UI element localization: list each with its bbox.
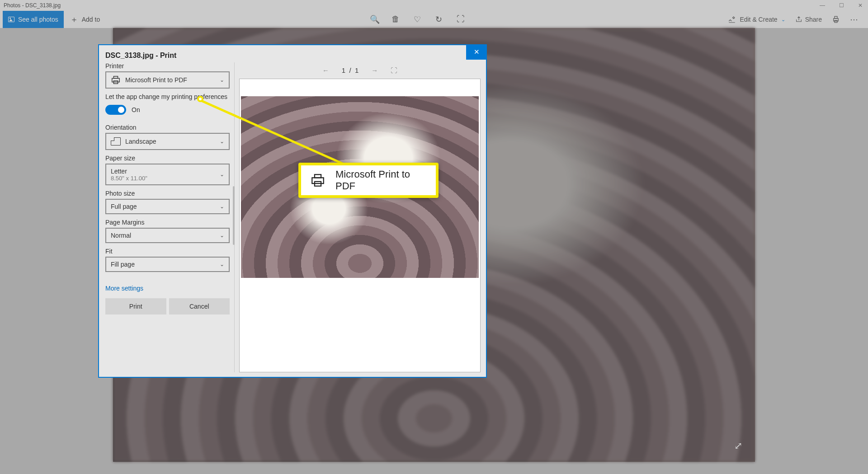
share-button[interactable]: Share xyxy=(795,16,822,23)
printer-value: Microsoft Print to PDF xyxy=(125,76,187,84)
orientation-select[interactable]: Landscape ⌄ xyxy=(105,133,230,150)
page-current: 1 xyxy=(342,66,345,74)
heart-icon[interactable]: ♡ xyxy=(413,14,421,24)
printer-select[interactable]: Microsoft Print to PDF ⌄ xyxy=(105,71,230,89)
maximize-button[interactable]: ☐ xyxy=(837,2,845,9)
print-icon[interactable] xyxy=(832,15,840,23)
printer-icon xyxy=(111,75,121,84)
edit-create-icon xyxy=(728,15,736,23)
chevron-down-icon: ⌄ xyxy=(781,17,785,23)
svg-rect-2 xyxy=(835,20,837,23)
edit-create-label: Edit & Create xyxy=(740,16,777,23)
printer-icon xyxy=(310,173,326,188)
close-window-button[interactable]: ✕ xyxy=(856,2,864,9)
svg-rect-3 xyxy=(112,78,119,82)
chevron-down-icon: ⌄ xyxy=(220,171,224,178)
page-margins-label: Page Margins xyxy=(105,219,230,226)
window-titlebar: Photos - DSC_3138.jpg — ☐ ✕ xyxy=(0,0,868,11)
dialog-title: DSC_3138.jpg - Print xyxy=(99,45,486,62)
chevron-down-icon: ⌄ xyxy=(220,138,224,145)
chevron-down-icon: ⌄ xyxy=(220,232,224,239)
svg-rect-1 xyxy=(835,16,837,19)
zoom-icon[interactable]: 🔍 xyxy=(370,14,378,24)
toolbar-right: Edit & Create ⌄ Share ⋯ xyxy=(728,14,865,24)
add-to-button[interactable]: ＋ Add to xyxy=(64,11,106,28)
window-controls: — ☐ ✕ xyxy=(818,2,864,9)
page-indicator: 1 / 1 xyxy=(342,66,359,74)
see-all-photos-button[interactable]: See all photos xyxy=(3,11,64,28)
svg-rect-4 xyxy=(113,76,118,79)
prev-page-button[interactable]: ← xyxy=(322,66,329,74)
see-all-label: See all photos xyxy=(18,16,58,23)
fit-page-icon[interactable]: ⛶ xyxy=(391,66,397,74)
paper-size-select[interactable]: Letter 8.50" x 11.00" ⌄ xyxy=(105,164,230,185)
orientation-label: Orientation xyxy=(105,124,230,131)
print-dialog: ✕ DSC_3138.jpg - Print Printer Microsoft… xyxy=(98,44,487,378)
crop-icon[interactable]: ⛶ xyxy=(457,14,465,24)
annotation-text: Microsoft Print to PDF xyxy=(335,169,427,192)
minimize-button[interactable]: — xyxy=(818,2,826,9)
preview-sheet xyxy=(239,79,481,372)
preview-toolbar: ← 1 / 1 → ⛶ xyxy=(239,62,481,78)
fit-label: Fit xyxy=(105,248,230,255)
photo-size-value: Full page xyxy=(111,203,137,210)
photo-icon xyxy=(8,17,14,22)
toggle-state: On xyxy=(132,106,140,113)
printer-label: Printer xyxy=(105,62,230,70)
page-total: 1 xyxy=(355,66,359,74)
share-icon xyxy=(795,16,802,23)
let-app-toggle[interactable] xyxy=(105,105,126,115)
window-title: Photos - DSC_3138.jpg xyxy=(4,2,818,9)
page-margins-select[interactable]: Normal ⌄ xyxy=(105,228,230,243)
close-dialog-button[interactable]: ✕ xyxy=(466,44,487,60)
delete-icon[interactable]: 🗑 xyxy=(392,14,400,24)
svg-rect-6 xyxy=(312,178,324,183)
annotation-callout: Microsoft Print to PDF xyxy=(298,163,439,198)
photo-size-label: Photo size xyxy=(105,190,230,197)
edit-create-button[interactable]: Edit & Create ⌄ xyxy=(728,15,785,23)
print-preview-panel: ← 1 / 1 → ⛶ xyxy=(239,62,481,372)
let-app-label: Let the app change my printing preferenc… xyxy=(105,93,230,100)
page-margins-value: Normal xyxy=(111,232,131,239)
app-toolbar: See all photos ＋ Add to 🔍 🗑 ♡ ↻ ⛶ Edit &… xyxy=(0,11,868,28)
orientation-value: Landscape xyxy=(125,138,156,145)
annotation-dot xyxy=(197,96,203,102)
add-to-label: Add to xyxy=(82,16,100,23)
paper-size-dim: 8.50" x 11.00" xyxy=(111,175,147,182)
print-settings-panel: Printer Microsoft Print to PDF ⌄ Let the… xyxy=(105,62,235,372)
more-settings-link[interactable]: More settings xyxy=(105,285,230,292)
rotate-icon[interactable]: ↻ xyxy=(435,14,443,24)
cancel-button[interactable]: Cancel xyxy=(169,298,230,314)
more-menu-button[interactable]: ⋯ xyxy=(850,14,859,24)
next-page-button[interactable]: → xyxy=(371,66,378,74)
print-button[interactable]: Print xyxy=(105,298,166,314)
landscape-icon xyxy=(111,137,121,145)
plus-icon: ＋ xyxy=(70,14,78,25)
svg-rect-7 xyxy=(315,174,321,178)
chevron-down-icon: ⌄ xyxy=(220,203,224,210)
fit-select[interactable]: Fill page ⌄ xyxy=(105,257,230,272)
paper-size-value: Letter xyxy=(111,168,127,175)
toolbar-center: 🔍 🗑 ♡ ↻ ⛶ xyxy=(106,14,728,24)
paper-size-label: Paper size xyxy=(105,155,230,162)
chevron-down-icon: ⌄ xyxy=(220,77,224,83)
fullscreen-icon[interactable]: ⤢ xyxy=(734,440,742,452)
chevron-down-icon: ⌄ xyxy=(220,261,224,268)
fit-value: Fill page xyxy=(111,261,135,268)
page-sep: / xyxy=(349,66,351,74)
photo-size-select[interactable]: Full page ⌄ xyxy=(105,199,230,214)
share-label: Share xyxy=(805,16,822,23)
